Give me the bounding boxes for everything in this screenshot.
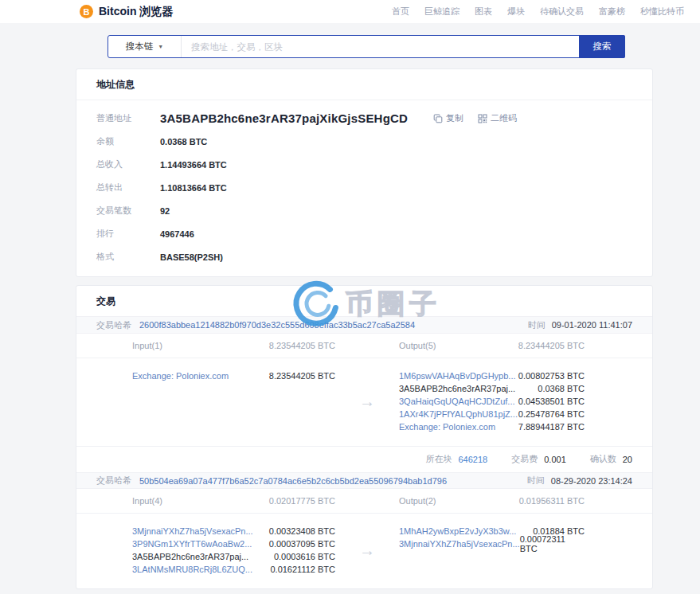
transaction: 交易哈希 2600f83abbea1214882b0f970d3e32c555d… bbox=[76, 317, 652, 472]
field-row-rank: 排行 4967446 bbox=[76, 222, 652, 245]
tx-hash-link[interactable]: 2600f83abbea1214882b0f970d3e32c555d608ef… bbox=[139, 320, 415, 330]
search-strip: 搜本链 ▼ 搜索 bbox=[0, 23, 700, 68]
tx-io-row: 3LAtNMsMRU8RcRj8L6ZUQ...0.01621112 BTC bbox=[132, 563, 335, 576]
qrcode-button[interactable]: 二维码 bbox=[478, 112, 517, 124]
address-link[interactable]: 1M6pswVAHAqBvDpGHypb... bbox=[399, 371, 516, 381]
tx-io-row: 3MjnnaiYXhZ7ha5jVsexacPn...0.00072311 BT… bbox=[399, 538, 585, 550]
total-sent-label: 总转出 bbox=[96, 182, 160, 194]
copy-icon bbox=[433, 114, 443, 123]
address-link[interactable]: 3MjnnaiYXhZ7ha5jVsexacPn... bbox=[399, 539, 520, 549]
rank-value: 4967446 bbox=[160, 229, 194, 239]
address-card-title: 地址信息 bbox=[76, 69, 652, 100]
address-link[interactable]: 3LAtNMsMRU8RcRj8L6ZUQ... bbox=[132, 565, 252, 574]
address-link[interactable]: Exchange: Poloniex.com bbox=[399, 422, 495, 432]
nav-item-blocks[interactable]: 爆块 bbox=[507, 6, 525, 18]
bitcoin-logo-icon: B bbox=[80, 5, 93, 18]
confirmations-label: 确认数 bbox=[590, 453, 616, 465]
field-row-total-sent: 总转出 1.10813664 BTC bbox=[76, 176, 652, 199]
address-link[interactable]: Exchange: Poloniex.com bbox=[132, 371, 229, 381]
output-total: 0.01956311 BTC bbox=[519, 496, 585, 506]
address-link[interactable]: 3QaHaiqGqUQAqHCJDtZuf... bbox=[399, 397, 515, 406]
amount: 0.0003616 BTC bbox=[274, 552, 335, 561]
tx-io-row: 3P9NGm1XYfrTT6wAoaBw2...0.00037095 BTC bbox=[132, 538, 335, 550]
output-count-label: Output(5) bbox=[399, 341, 436, 350]
nav-item-pending-tx[interactable]: 待确认交易 bbox=[540, 6, 584, 18]
total-sent-value: 1.10813664 BTC bbox=[160, 183, 227, 193]
tx-io-row: Exchange: Poloniex.com7.88944187 BTC bbox=[399, 420, 585, 433]
chevron-down-icon: ▼ bbox=[158, 44, 163, 49]
address-type-label: 普通地址 bbox=[96, 112, 160, 124]
search-button[interactable]: 搜索 bbox=[579, 35, 625, 58]
tx-count-label: 交易笔数 bbox=[96, 205, 160, 217]
tx-details: 3MjnnaiYXhZ7ha5jVsexacPn...0.00323408 BT… bbox=[76, 514, 652, 588]
balance-value: 0.0368 BTC bbox=[160, 137, 207, 147]
tx-hash-link[interactable]: 50b504ea69a07a477f7b6a52c7a0784ac6e5b2c6… bbox=[139, 476, 447, 486]
amount: 7.88944187 BTC bbox=[518, 422, 585, 432]
copy-button[interactable]: 复制 bbox=[433, 112, 463, 124]
address-link[interactable]: 3MjnnaiYXhZ7ha5jVsexacPn... bbox=[132, 526, 253, 536]
address-link[interactable]: 3P9NGm1XYfrTT6wAoaBw2... bbox=[132, 539, 252, 549]
input-total: 0.02017775 BTC bbox=[269, 496, 335, 506]
tx-time-label: 时间 bbox=[527, 475, 545, 487]
input-count-label: Input(1) bbox=[132, 341, 162, 350]
tx-hash-row: 交易哈希 2600f83abbea1214882b0f970d3e32c555d… bbox=[76, 317, 652, 334]
amount: 0.00072311 BTC bbox=[520, 534, 585, 553]
format-label: 格式 bbox=[96, 251, 160, 263]
tx-time-value: 08-29-2020 23:14:24 bbox=[551, 476, 632, 486]
tx-outputs-column: 1M6pswVAHAqBvDpGHypb...0.00802753 BTC3A5… bbox=[399, 369, 632, 433]
amount: 0.04538501 BTC bbox=[518, 397, 585, 406]
nav-item-whale-tracking[interactable]: 巨鲸追踪 bbox=[424, 6, 459, 18]
address-value: 3A5BAPB2hc6ne3rAR37pajXikGjsSEHgCD bbox=[160, 111, 408, 125]
input-total: 8.23544205 BTC bbox=[269, 341, 335, 350]
brand[interactable]: B Bitcoin 浏览器 bbox=[80, 5, 173, 19]
address-row: 普通地址 3A5BAPB2hc6ne3rAR37pajXikGjsSEHgCD … bbox=[76, 100, 652, 130]
output-total: 8.23444205 BTC bbox=[518, 341, 585, 350]
search-scope-dropdown[interactable]: 搜本链 ▼ bbox=[108, 36, 182, 57]
main-nav: 首页 巨鲸追踪 图表 爆块 待确认交易 富豪榜 秒懂比特币 bbox=[392, 6, 684, 18]
tx-time-value: 09-01-2020 11:41:07 bbox=[552, 320, 632, 330]
tx-footer: 所在块 646218 交易费 0.001 确认数 20 bbox=[76, 446, 652, 472]
address-link[interactable]: 1AXr4K7jPFfYALQphU81pjZ... bbox=[399, 409, 518, 419]
address-link[interactable]: 1MhAH2ywBxpE2vJyX3b3w... bbox=[399, 526, 516, 536]
address-text: 3A5BAPB2hc6ne3rAR37paj... bbox=[399, 384, 515, 393]
tx-io-row: 1AXr4K7jPFfYALQphU81pjZ...0.25478764 BTC bbox=[399, 408, 585, 420]
tx-io-row: 3MjnnaiYXhZ7ha5jVsexacPn...0.00323408 BT… bbox=[132, 525, 335, 538]
nav-item-rich-list[interactable]: 富豪榜 bbox=[599, 6, 625, 18]
tx-details: Exchange: Poloniex.com8.23544205 BTC → 1… bbox=[76, 358, 652, 446]
tx-inputs-column: Exchange: Poloniex.com8.23544205 BTC bbox=[96, 369, 335, 433]
fee-label: 交易费 bbox=[511, 453, 538, 465]
tx-hash-row: 交易哈希 50b504ea69a07a477f7b6a52c7a0784ac6e… bbox=[76, 472, 652, 489]
input-count-label: Input(4) bbox=[132, 496, 162, 506]
nav-item-bitcoin-guide[interactable]: 秒懂比特币 bbox=[640, 6, 684, 18]
confirmations-value: 20 bbox=[623, 455, 632, 464]
tx-outputs-column: 1MhAH2ywBxpE2vJyX3b3w...0.01884 BTC3Mjnn… bbox=[399, 525, 632, 576]
tx-hash-label: 交易哈希 bbox=[96, 319, 131, 331]
amount: 0.00323408 BTC bbox=[269, 526, 335, 536]
nav-item-home[interactable]: 首页 bbox=[392, 6, 409, 18]
qrcode-label: 二维码 bbox=[491, 112, 517, 124]
tx-io-row: 3QaHaiqGqUQAqHCJDtZuf...0.04538501 BTC bbox=[399, 395, 585, 408]
transaction: 交易哈希 50b504ea69a07a477f7b6a52c7a0784ac6e… bbox=[76, 472, 652, 588]
tx-io-row: 3A5BAPB2hc6ne3rAR37paj...0.0368 BTC bbox=[399, 382, 585, 395]
block-number-link[interactable]: 646218 bbox=[459, 455, 488, 464]
field-row-total-received: 总收入 1.14493664 BTC bbox=[76, 153, 652, 176]
tx-time-label: 时间 bbox=[528, 319, 546, 331]
search-input[interactable] bbox=[182, 36, 579, 57]
amount: 0.0368 BTC bbox=[538, 384, 585, 393]
brand-title: Bitcoin 浏览器 bbox=[99, 5, 173, 19]
address-text: 3A5BAPB2hc6ne3rAR37paj... bbox=[132, 552, 248, 561]
nav-item-charts[interactable]: 图表 bbox=[475, 6, 492, 18]
tx-summary-row: Input(1) 8.23544205 BTC Output(5) 8.2344… bbox=[76, 334, 652, 358]
rank-label: 排行 bbox=[96, 228, 160, 240]
total-received-value: 1.14493664 BTC bbox=[160, 160, 227, 170]
field-row-balance: 余额 0.0368 BTC bbox=[76, 130, 652, 153]
field-row-format: 格式 BASE58(P2SH) bbox=[76, 245, 652, 268]
format-value: BASE58(P2SH) bbox=[160, 252, 223, 262]
amount: 0.00037095 BTC bbox=[269, 539, 335, 549]
tx-count-value: 92 bbox=[160, 206, 170, 216]
qrcode-icon bbox=[478, 114, 487, 123]
arrow-right-icon: → bbox=[335, 525, 399, 576]
field-row-tx-count: 交易笔数 92 bbox=[76, 199, 652, 222]
arrow-right-icon: → bbox=[335, 369, 399, 433]
tx-hash-label: 交易哈希 bbox=[96, 475, 131, 487]
